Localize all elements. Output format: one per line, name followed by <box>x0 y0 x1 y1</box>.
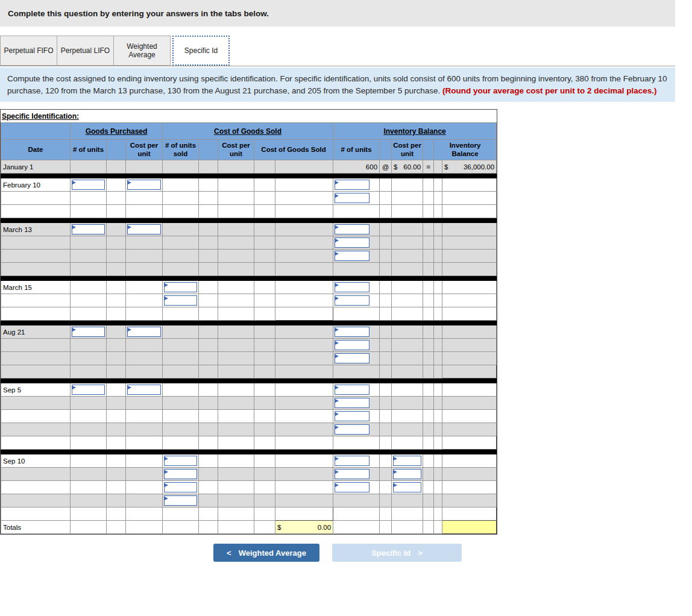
next-tab-button[interactable]: Specific Id > <box>332 544 462 562</box>
empty-cell <box>254 508 275 521</box>
answer-input[interactable] <box>335 327 370 337</box>
empty-cell <box>442 294 497 307</box>
answer-input[interactable] <box>335 180 370 190</box>
amount-cell: $36,000.00 <box>442 160 497 174</box>
empty-cell <box>423 468 434 481</box>
empty-cell <box>107 423 126 436</box>
empty-cell <box>1 410 71 423</box>
section-divider <box>1 379 497 383</box>
amount-value: 60.00 <box>403 163 421 171</box>
answer-input[interactable] <box>335 353 370 363</box>
answer-input[interactable] <box>393 456 421 466</box>
answer-input[interactable] <box>335 224 370 234</box>
empty-cell <box>434 178 442 192</box>
tab-weighted-average[interactable]: Weighted Average <box>113 36 171 66</box>
table-row: February 10 <box>1 178 497 192</box>
answer-input[interactable] <box>335 469 370 479</box>
empty-cell <box>1 236 71 250</box>
empty-cell <box>434 397 442 410</box>
tab-perpetual-fifo[interactable]: Perpetual FIFO <box>0 36 57 66</box>
answer-input[interactable] <box>335 482 370 492</box>
answer-input[interactable] <box>72 385 105 395</box>
input-cell <box>333 236 380 250</box>
answer-input[interactable] <box>335 411 370 421</box>
empty-cell <box>434 236 442 250</box>
empty-cell <box>199 508 218 521</box>
empty-cell <box>380 410 392 423</box>
answer-input[interactable] <box>335 193 370 203</box>
empty-cell <box>218 481 254 494</box>
answer-input[interactable] <box>335 424 370 435</box>
answer-input[interactable] <box>393 469 421 479</box>
empty-cell <box>163 192 199 205</box>
answer-input[interactable] <box>335 251 370 261</box>
empty-cell <box>218 339 254 352</box>
empty-cell <box>199 383 218 397</box>
answer-input[interactable] <box>335 385 370 395</box>
empty-cell <box>218 397 254 410</box>
input-cell <box>333 294 380 307</box>
amount-value: 36,000.00 <box>464 163 494 171</box>
empty-cell <box>218 325 254 339</box>
empty-cell <box>423 365 434 379</box>
answer-input[interactable] <box>72 327 105 337</box>
section-divider <box>1 321 497 325</box>
tab-perpetual-lifo[interactable]: Perpetual LIFO <box>57 36 114 66</box>
answer-input[interactable] <box>164 282 197 292</box>
answer-input[interactable] <box>72 224 105 234</box>
answer-input[interactable] <box>72 180 105 190</box>
column-header: Inventory Balance <box>434 140 497 160</box>
empty-cell <box>254 325 275 339</box>
answer-input[interactable] <box>335 295 370 306</box>
answer-input[interactable] <box>164 456 197 466</box>
empty-cell <box>71 365 107 379</box>
empty-cell <box>126 423 163 436</box>
answer-input[interactable] <box>393 482 421 492</box>
empty-cell <box>163 410 199 423</box>
empty-cell <box>275 325 333 339</box>
table-row: March 13 <box>1 223 497 236</box>
empty-cell <box>1 494 71 508</box>
answer-input[interactable] <box>127 327 161 337</box>
empty-cell <box>254 281 275 294</box>
prev-tab-button[interactable]: < Weighted Average <box>213 544 319 562</box>
answer-input[interactable] <box>164 482 197 492</box>
empty-cell <box>71 281 107 294</box>
input-cell <box>333 423 380 436</box>
answer-input[interactable] <box>335 398 370 408</box>
input-cell <box>126 223 163 236</box>
empty-cell <box>275 250 333 263</box>
empty-cell <box>423 294 434 307</box>
empty-cell <box>423 192 434 205</box>
answer-input[interactable] <box>164 495 197 506</box>
empty-cell <box>254 481 275 494</box>
tab-specific-id[interactable]: Specific Id <box>172 36 230 66</box>
empty-cell <box>423 223 434 236</box>
separator-row <box>1 321 497 325</box>
answer-input[interactable] <box>335 340 370 350</box>
empty-cell <box>107 178 126 192</box>
cell-text: January 1 <box>1 160 71 174</box>
answer-input[interactable] <box>164 295 197 306</box>
answer-input[interactable] <box>127 180 161 190</box>
empty-cell <box>199 325 218 339</box>
instruction-panel: Compute the cost assigned to ending inve… <box>0 68 675 102</box>
empty-cell <box>218 468 254 481</box>
empty-cell <box>71 192 107 205</box>
empty-cell <box>434 339 442 352</box>
empty-cell <box>218 205 254 218</box>
empty-cell <box>107 365 126 379</box>
table-row <box>1 192 497 205</box>
empty-cell <box>380 494 392 508</box>
empty-cell <box>423 281 434 294</box>
empty-cell <box>126 307 163 321</box>
answer-input[interactable] <box>127 224 161 234</box>
answer-input[interactable] <box>335 282 370 292</box>
answer-input[interactable] <box>335 456 370 466</box>
answer-input[interactable] <box>127 385 161 395</box>
empty-cell <box>380 281 392 294</box>
answer-input[interactable] <box>164 469 197 479</box>
amount-cell: $60.00 <box>392 160 423 174</box>
answer-input[interactable] <box>335 237 370 248</box>
empty-cell <box>163 352 199 365</box>
